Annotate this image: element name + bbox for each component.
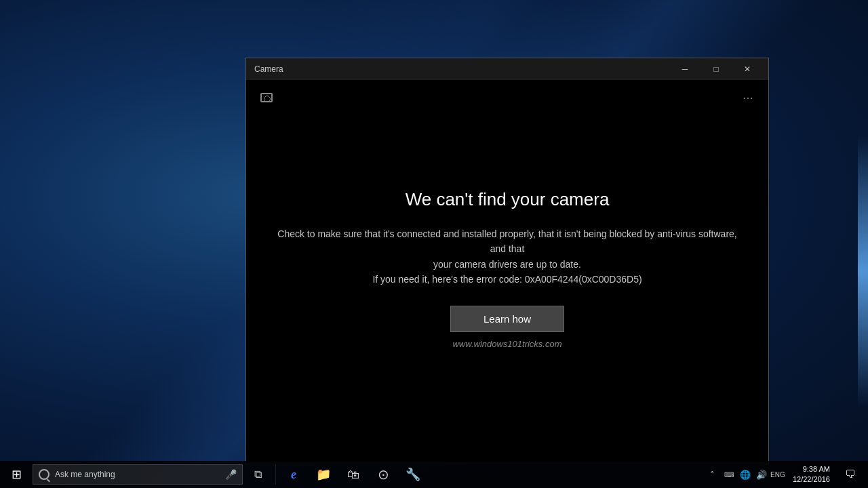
keyboard-icon: ⌨ bbox=[724, 471, 734, 479]
learn-how-button[interactable]: Learn how bbox=[450, 306, 564, 332]
clock-time: 9:38 AM bbox=[803, 464, 830, 474]
error-title: We can't find your camera bbox=[406, 189, 610, 210]
network-icon-button[interactable]: 🌐 bbox=[738, 461, 752, 488]
search-bar[interactable]: Ask me anything 🎤 bbox=[33, 464, 243, 485]
store-icon: 🛍 bbox=[347, 468, 359, 482]
error-description: Check to make sure that it's connected a… bbox=[277, 226, 738, 287]
tray-expand-button[interactable]: ˄ bbox=[706, 461, 719, 488]
language-indicator[interactable]: ENG bbox=[771, 461, 785, 488]
file-explorer-icon: 📁 bbox=[316, 467, 331, 482]
taskbar: ⊞ Ask me anything 🎤 ⧉ e 📁 🛍 ⊙ 🔧 bbox=[0, 461, 868, 488]
search-placeholder-text: Ask me anything bbox=[55, 470, 115, 479]
camera-error-area: We can't find your camera Check to make … bbox=[246, 75, 768, 464]
clock-area[interactable]: 9:38 AM 12/22/2016 bbox=[787, 461, 835, 488]
window-title: Camera bbox=[252, 64, 283, 74]
taskbar-edge-button[interactable]: e bbox=[279, 461, 309, 488]
notification-center-button[interactable]: 🗨 bbox=[838, 461, 863, 488]
microphone-icon: 🎤 bbox=[225, 469, 237, 480]
start-icon: ⊞ bbox=[12, 467, 22, 482]
task-view-icon: ⧉ bbox=[254, 468, 262, 481]
edge-icon: e bbox=[291, 468, 296, 482]
volume-icon-button[interactable]: 🔊 bbox=[755, 461, 768, 488]
notification-icon: 🗨 bbox=[845, 468, 856, 481]
clock-date: 12/22/2016 bbox=[793, 474, 830, 485]
taskbar-app5-button[interactable]: 🔧 bbox=[398, 461, 428, 488]
taskbar-right: ˄ ⌨ 🌐 🔊 ENG 9:38 AM 12/22/2016 🗨 bbox=[706, 461, 868, 488]
photo-icon bbox=[260, 93, 273, 102]
taskbar-divider bbox=[275, 464, 276, 485]
chrome-icon: ⊙ bbox=[378, 466, 389, 483]
taskbar-file-explorer-button[interactable]: 📁 bbox=[309, 461, 338, 488]
background-streak bbox=[858, 136, 868, 407]
desktop: Camera ─ □ ✕ ⋯ We can't find your camera bbox=[0, 0, 868, 488]
network-icon: 🌐 bbox=[740, 470, 751, 480]
search-icon bbox=[39, 469, 50, 480]
taskbar-chrome-button[interactable]: ⊙ bbox=[368, 461, 398, 488]
camera-window: Camera ─ □ ✕ ⋯ We can't find your camera bbox=[245, 58, 769, 464]
taskbar-store-button[interactable]: 🛍 bbox=[338, 461, 368, 488]
watermark-text: www.windows101tricks.com bbox=[452, 339, 561, 349]
tray-chevron-icon: ˄ bbox=[710, 470, 715, 480]
task-view-button[interactable]: ⧉ bbox=[243, 461, 273, 488]
app5-icon: 🔧 bbox=[406, 467, 420, 482]
language-icon: ENG bbox=[770, 471, 785, 479]
start-button[interactable]: ⊞ bbox=[0, 461, 33, 488]
keyboard-indicator[interactable]: ⌨ bbox=[722, 461, 736, 488]
camera-content: ⋯ We can't find your camera Check to mak… bbox=[246, 80, 768, 464]
volume-icon: 🔊 bbox=[756, 470, 767, 480]
